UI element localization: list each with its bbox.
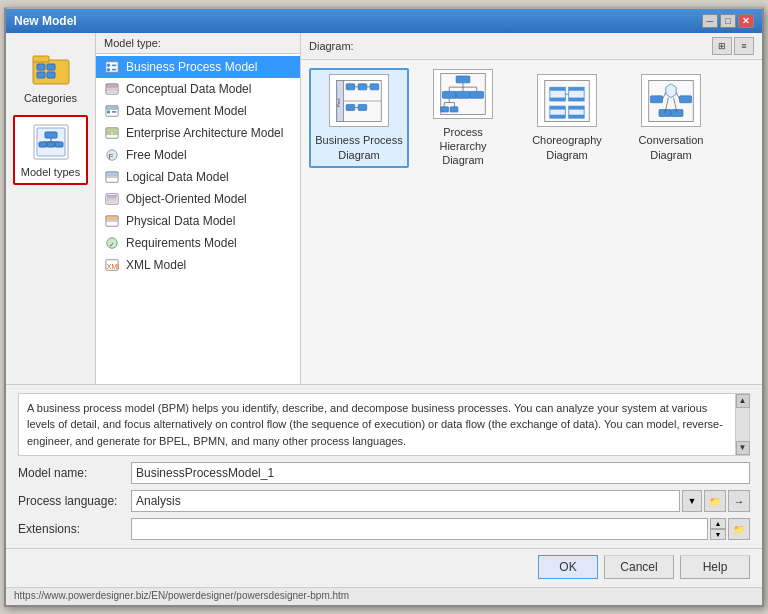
model-name-label: Model name: [18,466,123,480]
model-types-label: Model types [21,166,80,178]
diagram-item-hierarchy[interactable]: Process Hierarchy Diagram [413,68,513,168]
left-panel: Categories [6,33,96,384]
bottom-area: A business process model (BPM) helps you… [6,384,762,549]
svg-rect-19 [112,69,116,71]
model-item-physical-data[interactable]: Physical Data Model [96,210,300,232]
physical-data-icon [104,213,120,229]
model-item-label: Requirements Model [126,236,237,250]
help-button[interactable]: Help [680,555,750,579]
svg-rect-67 [442,91,456,98]
diagram-item-business-process[interactable]: Pool [309,68,409,168]
diagram-item-choreography[interactable]: Choreography Diagram [517,68,617,168]
svg-rect-31 [113,132,117,135]
svg-rect-2 [37,64,45,70]
extensions-up-button[interactable]: ▲ [710,518,726,529]
extensions-input[interactable] [131,518,708,540]
cancel-button[interactable]: Cancel [604,555,674,579]
extensions-browse-button[interactable]: 📁 [728,518,750,540]
model-item-logical-data[interactable]: Logical Data Model [96,166,300,188]
model-item-label: XML Model [126,258,186,272]
categories-icon [31,48,71,88]
svg-rect-74 [441,106,449,111]
svg-rect-5 [47,72,55,78]
extensions-down-button[interactable]: ▼ [710,529,726,540]
svg-rect-30 [107,132,111,135]
model-item-label: Logical Data Model [126,170,229,184]
title-bar-buttons: ─ □ ✕ [702,14,754,28]
svg-rect-4 [37,72,45,78]
model-item-label: Enterprise Architecture Model [126,126,283,140]
svg-point-16 [107,64,111,68]
minimize-button[interactable]: ─ [702,14,718,28]
svg-rect-13 [47,142,55,147]
svg-rect-1 [33,56,49,62]
model-item-label: Object-Oriented Model [126,192,247,206]
close-button[interactable]: ✕ [738,14,754,28]
business-process-diagram-label: Business Process Diagram [315,133,403,162]
svg-rect-53 [358,84,367,90]
svg-rect-55 [346,104,355,110]
model-item-label: Data Movement Model [126,104,247,118]
process-language-select[interactable]: Analysis [131,490,680,512]
business-process-icon [104,59,120,75]
requirements-icon: ✓ [104,235,120,251]
extensions-wrap: ▲ ▼ 📁 [131,518,750,540]
scroll-up-button[interactable]: ▲ [736,394,750,408]
model-item-free[interactable]: F Free Model [96,144,300,166]
scroll-down-button[interactable]: ▼ [736,441,750,455]
grid-view-button[interactable]: ⊞ [712,37,732,55]
properties-button[interactable]: → [728,490,750,512]
svg-text:Pool: Pool [336,98,341,107]
svg-rect-79 [550,97,565,100]
select-arrow-icon[interactable]: ▼ [682,490,702,512]
model-item-label: Business Process Model [126,60,257,74]
model-item-requirements[interactable]: ✓ Requirements Model [96,232,300,254]
model-item-enterprise-arch[interactable]: Enterprise Architecture Model [96,122,300,144]
model-item-object-oriented[interactable]: Object-Oriented Model [96,188,300,210]
svg-text:✓: ✓ [109,241,115,248]
svg-rect-43 [107,220,118,222]
diagram-item-conversation[interactable]: Conversation Diagram [621,68,721,168]
svg-rect-56 [358,104,367,110]
svg-rect-3 [47,64,55,70]
conversation-diagram-label: Conversation Diagram [627,133,715,162]
choreography-diagram-icon [537,74,597,127]
model-item-business-process[interactable]: Business Process Model [96,56,300,78]
model-item-data-movement[interactable]: Data Movement Model [96,100,300,122]
dialog-title: New Model [14,14,77,28]
list-view-button[interactable]: ≡ [734,37,754,55]
model-item-label: Free Model [126,148,187,162]
ok-button[interactable]: OK [538,555,598,579]
view-toggle: ⊞ ≡ [712,37,754,55]
svg-rect-42 [107,217,118,220]
svg-rect-12 [39,142,47,147]
enterprise-arch-icon [104,125,120,141]
free-model-icon: F [104,147,120,163]
svg-rect-14 [55,142,63,147]
svg-rect-23 [107,91,118,93]
choreography-diagram-label: Choreography Diagram [523,133,611,162]
conversation-diagram-icon [641,74,701,127]
svg-rect-38 [108,196,117,198]
svg-text:F: F [109,152,114,161]
model-item-xml[interactable]: XML XML Model [96,254,300,276]
browse-button[interactable]: 📁 [704,490,726,512]
model-name-input[interactable] [131,462,750,484]
sidebar-item-model-types[interactable]: Model types [13,115,88,185]
svg-rect-54 [370,84,379,90]
process-language-select-wrap: Analysis ▼ 📁 → [131,490,750,512]
maximize-button[interactable]: □ [720,14,736,28]
model-item-conceptual-data[interactable]: Conceptual Data Model [96,78,300,100]
status-bar: https://www.powerdesigner.biz/EN/powerde… [6,587,762,605]
svg-marker-91 [666,84,676,98]
sidebar-item-categories[interactable]: Categories [13,41,88,111]
diagram-header-label: Diagram: [309,40,354,52]
business-process-diagram-icon: Pool [329,74,389,127]
svg-rect-29 [107,129,118,132]
svg-rect-36 [107,176,118,178]
svg-rect-68 [456,91,470,98]
process-language-row: Process language: Analysis ▼ 📁 → [18,490,750,512]
svg-rect-75 [450,106,458,111]
svg-rect-25 [107,107,118,110]
model-item-label: Physical Data Model [126,214,235,228]
